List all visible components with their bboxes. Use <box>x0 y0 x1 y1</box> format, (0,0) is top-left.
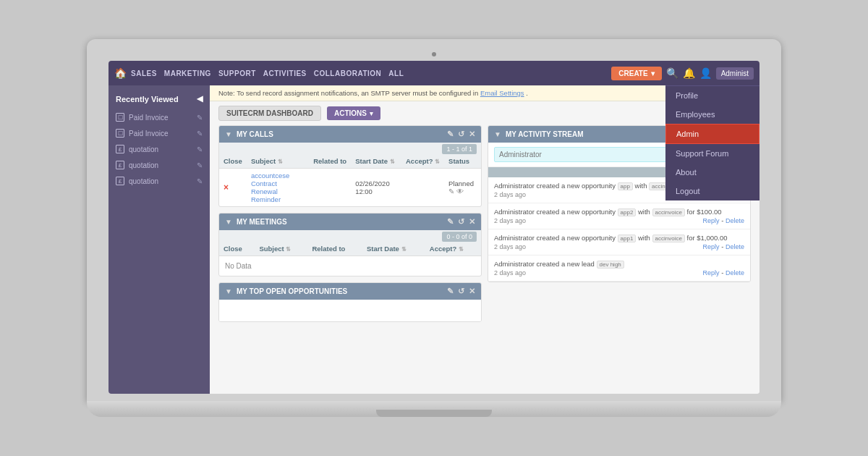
sidebar-item-2[interactable]: £ quotation ✎ <box>109 141 210 157</box>
opps-refresh-icon[interactable]: ↺ <box>458 287 464 296</box>
activity-time-3: 2 days ago <box>494 269 526 276</box>
calls-actions: ✎ ↺ ✕ <box>447 130 475 139</box>
notification-icon[interactable]: 🔔 <box>683 67 695 79</box>
actions-button[interactable]: ACTIONS <box>327 106 380 120</box>
sidebar-label-2: quotation <box>129 145 158 153</box>
opps-actions: ✎ ↺ ✕ <box>447 287 475 296</box>
sidebar-edit-3[interactable]: ✎ <box>197 161 203 169</box>
meetings-toggle[interactable]: ▼ <box>225 218 232 226</box>
nav-support[interactable]: SUPPORT <box>218 69 256 77</box>
activity-amount-1: for $100.00 <box>687 208 722 216</box>
meetings-col-start: Start Date ⇅ <box>362 242 425 256</box>
calls-close-icon[interactable]: ✕ <box>469 130 475 139</box>
row-view-icon[interactable]: 👁 <box>456 187 464 195</box>
opps-title: MY TOP OPEN OPPORTUNITIES <box>237 287 347 295</box>
calls-edit-icon[interactable]: ✎ <box>447 130 454 139</box>
nav-collaboration[interactable]: COLLABORATION <box>314 69 382 77</box>
sidebar-item-3[interactable]: £ quotation ✎ <box>109 157 210 173</box>
sidebar-title: Recently Viewed ◀ <box>109 91 210 109</box>
meetings-col-subject: Subject ⇅ <box>255 242 307 256</box>
app-container: 🏠 SALES MARKETING SUPPORT ACTIVITIES COL… <box>109 61 760 394</box>
calls-toggle[interactable]: ▼ <box>225 130 232 138</box>
screen: 🏠 SALES MARKETING SUPPORT ACTIVITIES COL… <box>109 61 760 394</box>
sidebar-icon-2: £ <box>116 145 124 153</box>
activity-text-0: Administrator created a new opportunity <box>494 182 618 190</box>
sidebar-item-1[interactable]: ☐ Paid Invoice ✎ <box>109 125 210 141</box>
notice-link[interactable]: Email Settings <box>480 89 524 97</box>
nav-activities[interactable]: ACTIVITIES <box>263 69 307 77</box>
activity-with-1: with <box>638 208 652 216</box>
search-icon[interactable]: 🔍 <box>666 67 678 79</box>
calls-col-related: Related to <box>309 154 351 169</box>
dropdown-admin[interactable]: Admin <box>665 124 760 144</box>
activity-title: MY ACTIVITY STREAM <box>506 130 584 138</box>
dashlet-meetings: ▼ MY MEETINGS ✎ ↺ ✕ <box>218 213 482 276</box>
home-icon[interactable]: 🏠 <box>114 67 127 79</box>
nav-all[interactable]: ALL <box>388 69 404 77</box>
close-x-icon[interactable]: × <box>224 182 229 193</box>
dashlets-left: ▼ MY CALLS ✎ ↺ ✕ <box>218 125 482 385</box>
calls-col-status: Status <box>444 154 481 169</box>
activity-text-2: Administrator created a new opportunity <box>494 234 618 242</box>
calls-row-accept <box>401 169 444 207</box>
sidebar-edit-4[interactable]: ✎ <box>197 177 203 185</box>
create-button[interactable]: CREATE <box>611 67 661 80</box>
calls-refresh-icon[interactable]: ↺ <box>458 130 464 139</box>
activity-badge1-1[interactable]: app2 <box>618 208 637 216</box>
opps-edit-icon[interactable]: ✎ <box>447 287 454 296</box>
activity-delete-1[interactable]: Delete <box>726 217 744 224</box>
nav-sales[interactable]: SALES <box>131 69 157 77</box>
laptop-shell: 🏠 SALES MARKETING SUPPORT ACTIVITIES COL… <box>87 39 781 417</box>
sidebar-item-0[interactable]: ☐ Paid Invoice ✎ <box>109 109 210 125</box>
sidebar-collapse-icon[interactable]: ◀ <box>197 94 203 104</box>
dropdown-logout[interactable]: Logout <box>665 182 760 200</box>
activity-time-2: 2 days ago <box>494 243 526 250</box>
nav-marketing[interactable]: MARKETING <box>164 69 211 77</box>
sidebar-item-4[interactable]: £ quotation ✎ <box>109 173 210 189</box>
dashlet-calls: ▼ MY CALLS ✎ ↺ ✕ <box>218 125 482 207</box>
activity-reply-3[interactable]: Reply <box>703 269 720 276</box>
dashlet-calls-header: ▼ MY CALLS ✎ ↺ ✕ <box>219 126 481 143</box>
opps-toggle[interactable]: ▼ <box>225 287 232 295</box>
meetings-col-related: Related to <box>307 242 362 256</box>
sidebar-edit-1[interactable]: ✎ <box>197 130 203 138</box>
activity-delete-2[interactable]: Delete <box>726 243 744 250</box>
user-label[interactable]: Administ <box>716 67 754 80</box>
sidebar-label-4: quotation <box>129 177 158 185</box>
activity-badge2-1[interactable]: accinvoice <box>652 208 685 216</box>
meetings-table: Close Subject ⇅ Related to Start Date ⇅ … <box>219 242 481 276</box>
activity-text-1: Administrator created a new opportunity <box>494 208 618 216</box>
activity-toggle[interactable]: ▼ <box>494 130 501 138</box>
calls-col-subject: Subject ⇅ <box>247 154 309 169</box>
activity-badge1-0[interactable]: app <box>618 182 633 190</box>
nav-links: SALES MARKETING SUPPORT ACTIVITIES COLLA… <box>131 69 611 77</box>
sidebar-edit-2[interactable]: ✎ <box>197 145 203 153</box>
dashlet-opportunities: ▼ MY TOP OPEN OPPORTUNITIES ✎ ↺ ✕ <box>218 282 482 322</box>
sidebar-edit-0[interactable]: ✎ <box>197 114 203 122</box>
opps-close-icon[interactable]: ✕ <box>469 287 475 296</box>
dropdown-employees[interactable]: Employees <box>665 105 760 124</box>
dropdown-profile[interactable]: Profile <box>665 86 760 105</box>
calls-subject-link[interactable]: accountcese Contract Renewal Reminder <box>251 172 289 203</box>
activity-badge1-3[interactable]: dev high <box>597 261 624 269</box>
suite-dashboard-button[interactable]: SUITECRM DASHBOARD <box>218 106 321 121</box>
activity-badge2-2[interactable]: accinvoice <box>652 235 685 242</box>
meetings-close-icon[interactable]: ✕ <box>469 217 475 227</box>
user-icon[interactable]: 👤 <box>699 67 712 79</box>
activity-reply-2[interactable]: Reply <box>703 243 720 250</box>
activity-delete-3[interactable]: Delete <box>726 269 744 276</box>
calls-col-start: Start Date ⇅ <box>351 154 401 169</box>
user-dropdown: Profile Employees Admin Support Forum Ab… <box>665 85 760 200</box>
dropdown-about[interactable]: About <box>665 163 760 182</box>
meetings-refresh-icon[interactable]: ↺ <box>458 217 464 227</box>
dropdown-support-forum[interactable]: Support Forum <box>665 144 760 163</box>
notice-text: Note: To send record assignment notifica… <box>218 89 480 97</box>
row-edit-icon[interactable]: ✎ <box>448 187 454 195</box>
calls-row-start: 02/26/2020 12:00 <box>351 169 401 207</box>
notice-text2: . <box>526 89 528 97</box>
meetings-edit-icon[interactable]: ✎ <box>447 217 454 227</box>
activity-badge1-2[interactable]: app1 <box>618 235 637 242</box>
table-row: × accountcese Contract Renewal Reminder … <box>219 169 481 207</box>
activity-reply-1[interactable]: Reply <box>703 217 720 224</box>
meetings-col-close: Close <box>219 242 255 256</box>
